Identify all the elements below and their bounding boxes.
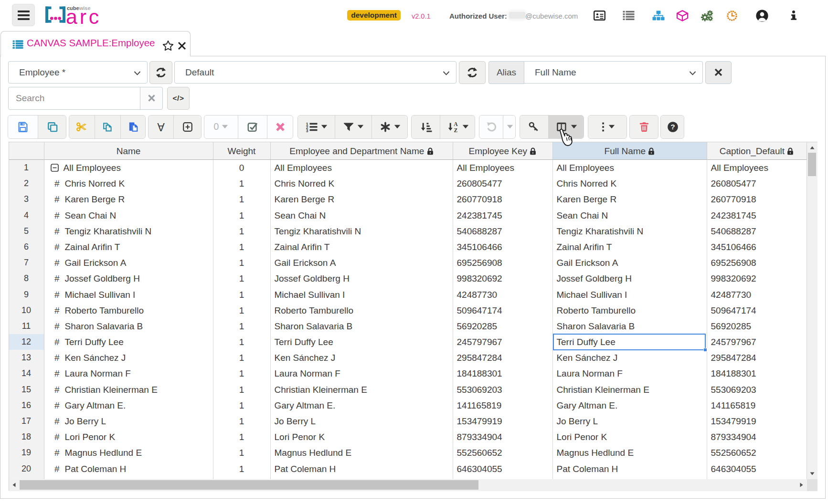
svg-text:A: A bbox=[157, 121, 165, 133]
svg-text:A: A bbox=[454, 121, 458, 127]
svg-text:?: ? bbox=[670, 123, 675, 131]
svg-text:3: 3 bbox=[306, 128, 308, 133]
svg-text:Z: Z bbox=[454, 127, 458, 133]
